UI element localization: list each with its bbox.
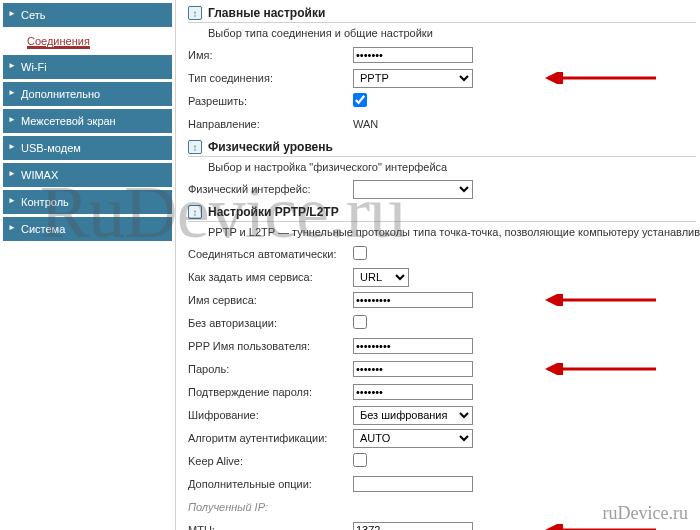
- keep-alive-checkbox[interactable]: [353, 453, 367, 467]
- sidebar-item-wifi[interactable]: Wi-Fi: [3, 55, 172, 79]
- label-direction: Направление:: [188, 118, 353, 130]
- label-encryption: Шифрование:: [188, 409, 353, 421]
- label-password-confirm: Подтверждение пароля:: [188, 386, 353, 398]
- label-service-name: Имя сервиса:: [188, 294, 353, 306]
- label-obtained-ip: Полученный IP:: [188, 501, 353, 513]
- service-how-select[interactable]: URL: [353, 268, 409, 287]
- sidebar-item-control[interactable]: Контроль: [3, 190, 172, 214]
- label-mtu: MTU:: [188, 524, 353, 530]
- label-conn-type: Тип соединения:: [188, 72, 353, 84]
- sidebar-item-usb-modem[interactable]: USB-модем: [3, 136, 172, 160]
- section-header-main: ↕ Главные настройки: [188, 6, 696, 23]
- section-header-phys: ↕ Физический уровень: [188, 140, 696, 157]
- allow-checkbox[interactable]: [353, 93, 367, 107]
- conn-type-select[interactable]: PPTP: [353, 69, 473, 88]
- label-password: Пароль:: [188, 363, 353, 375]
- sidebar-item-firewall[interactable]: Межсетевой экран: [3, 109, 172, 133]
- sidebar-item-system[interactable]: Система: [3, 217, 172, 241]
- label-ppp-user: PPP Имя пользователя:: [188, 340, 353, 352]
- collapse-icon[interactable]: ↕: [188, 205, 202, 219]
- section-desc: Выбор и настройка "физического" интерфей…: [208, 161, 696, 173]
- sidebar: Сеть Соединения Wi-Fi Дополнительно Межс…: [0, 0, 175, 530]
- arrow-annotation-icon: [538, 294, 658, 306]
- sidebar-item-network[interactable]: Сеть: [3, 3, 172, 27]
- section-desc: PPTP и L2TP — туннельные протоколы типа …: [208, 226, 696, 238]
- section-header-pptp: ↕ Настройки PPTP/L2TP: [188, 205, 696, 222]
- arrow-annotation-icon: [538, 72, 658, 84]
- label-service-how: Как задать имя сервиса:: [188, 271, 353, 283]
- arrow-annotation-icon: [538, 524, 658, 530]
- encryption-select[interactable]: Без шифрования: [353, 406, 473, 425]
- collapse-icon[interactable]: ↕: [188, 6, 202, 20]
- password-confirm-input[interactable]: [353, 384, 473, 400]
- direction-value: WAN: [353, 118, 378, 130]
- password-input[interactable]: [353, 361, 473, 377]
- label-no-auth: Без авторизации:: [188, 317, 353, 329]
- auto-connect-checkbox[interactable]: [353, 246, 367, 260]
- label-auto-connect: Соединяться автоматически:: [188, 248, 353, 260]
- phys-iface-select[interactable]: [353, 180, 473, 199]
- section-title: Настройки PPTP/L2TP: [208, 205, 339, 219]
- no-auth-checkbox[interactable]: [353, 315, 367, 329]
- main-content: ↕ Главные настройки Выбор типа соединени…: [175, 0, 700, 530]
- label-allow: Разрешить:: [188, 95, 353, 107]
- collapse-icon[interactable]: ↕: [188, 140, 202, 154]
- sidebar-item-wimax[interactable]: WIMAX: [3, 163, 172, 187]
- label-extra-opts: Дополнительные опции:: [188, 478, 353, 490]
- ppp-user-input[interactable]: [353, 338, 473, 354]
- section-title: Главные настройки: [208, 6, 325, 20]
- service-name-input[interactable]: [353, 292, 473, 308]
- label-phys-iface: Физический интерфейс:: [188, 183, 353, 195]
- label-auth-algo: Алгоритм аутентификации:: [188, 432, 353, 444]
- label-keep-alive: Keep Alive:: [188, 455, 353, 467]
- name-input[interactable]: [353, 47, 473, 63]
- sidebar-subitem-connections[interactable]: Соединения: [3, 30, 172, 52]
- section-title: Физический уровень: [208, 140, 333, 154]
- section-desc: Выбор типа соединения и общие настройки: [208, 27, 696, 39]
- mtu-input[interactable]: [353, 522, 473, 530]
- label-name: Имя:: [188, 49, 353, 61]
- arrow-annotation-icon: [538, 363, 658, 375]
- extra-opts-input[interactable]: [353, 476, 473, 492]
- sidebar-item-advanced[interactable]: Дополнительно: [3, 82, 172, 106]
- auth-algo-select[interactable]: AUTO: [353, 429, 473, 448]
